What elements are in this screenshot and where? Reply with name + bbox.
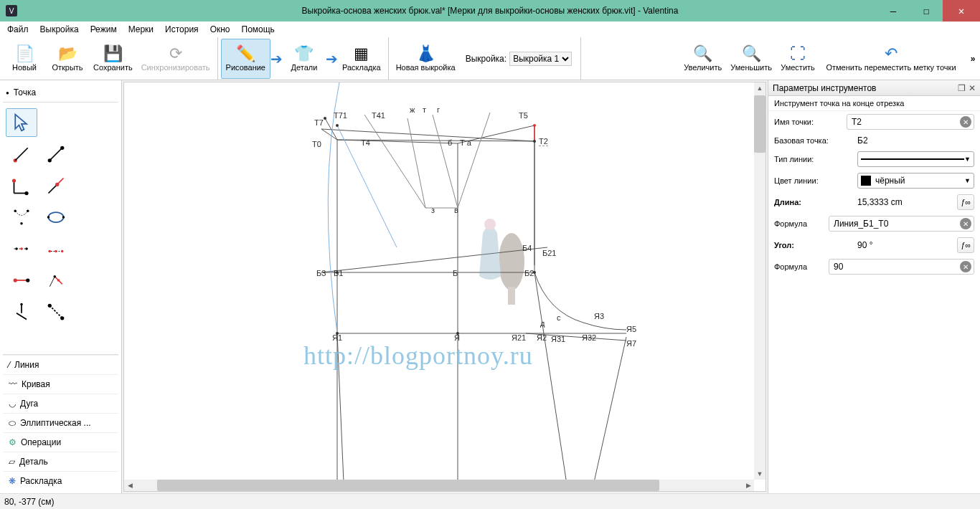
pencil-icon: ✏️ <box>236 46 255 62</box>
clear-icon[interactable]: ✕ <box>960 261 971 272</box>
point-label: в <box>454 206 458 214</box>
tool-height[interactable] <box>40 266 72 295</box>
line-type-select[interactable]: ▼ <box>857 151 974 167</box>
svg-point-35 <box>20 303 23 306</box>
svg-point-27 <box>14 278 17 282</box>
close-panel-icon[interactable]: ✕ <box>969 83 976 93</box>
vest-icon: 👕 <box>294 46 314 62</box>
menu-file[interactable]: Файл <box>3 23 33 36</box>
point-label: T0 <box>312 140 321 148</box>
line-icon: ⁄ <box>9 360 10 370</box>
tool-bisector[interactable] <box>6 203 37 232</box>
point-label: г <box>437 105 440 114</box>
pattern-select[interactable]: Выкройка 1 <box>509 52 572 66</box>
menu-help[interactable]: Помощь <box>237 23 279 36</box>
category-line[interactable]: ⁄Линия <box>3 355 118 374</box>
clear-icon[interactable]: ✕ <box>960 116 971 128</box>
open-button[interactable]: 📂Открыть <box>46 39 89 79</box>
new-button[interactable]: 📄Новый <box>3 39 46 79</box>
tool-category-header[interactable]: Точка <box>3 83 118 103</box>
tool-panel: Точка ⁄Линия 〰Кривая ◡Дуга ⬭Эллиптическа… <box>0 80 122 493</box>
tool-line[interactable] <box>40 140 72 168</box>
formula-length-input[interactable] <box>829 216 974 232</box>
toolbar-overflow[interactable]: » <box>966 37 980 80</box>
point-label: Б4 <box>522 244 532 252</box>
svg-line-1 <box>15 148 28 161</box>
tool-shoulder[interactable] <box>40 203 72 232</box>
tool-normal[interactable] <box>40 171 72 200</box>
zoom-out-button[interactable]: 🔍Уменьшить <box>726 39 776 79</box>
zoom-fit-button[interactable]: ⛶Уместить <box>776 39 819 79</box>
menu-pattern[interactable]: Выкройка <box>36 23 83 36</box>
svg-point-55 <box>336 124 339 127</box>
category-detail[interactable]: ▱Деталь <box>3 452 118 471</box>
category-curve[interactable]: 〰Кривая <box>3 374 118 394</box>
svg-line-49 <box>534 272 569 492</box>
new-pattern-button[interactable]: 👗Новая выкройка <box>392 39 460 79</box>
cursor-position: 80, -377 (см) <box>4 497 55 507</box>
formula-angle-input[interactable] <box>829 259 974 275</box>
svg-point-20 <box>20 247 23 250</box>
point-label: ж <box>410 105 415 114</box>
line-color-select[interactable]: чёрный▼ <box>857 173 974 189</box>
tool-curveintersect[interactable] <box>40 298 72 326</box>
tool-arrow[interactable] <box>6 108 37 137</box>
menubar: Файл Выкройка Режим Мерки История Окно П… <box>0 22 980 37</box>
arc-icon: ◡ <box>9 399 16 409</box>
svg-point-63 <box>499 233 524 290</box>
point-label: б <box>448 138 452 147</box>
point-label: с <box>557 313 561 322</box>
properties-header[interactable]: Параметры инструментов ❐✕ <box>768 80 980 96</box>
tool-pointofcontact[interactable] <box>6 234 37 263</box>
svg-line-52 <box>433 115 458 208</box>
arrow-icon: ➔ <box>326 50 338 67</box>
menu-mode[interactable]: Режим <box>86 23 121 36</box>
svg-line-3 <box>50 148 62 161</box>
point-label: Я2 <box>537 333 547 342</box>
undo-button[interactable]: ↶Отменить переместить метку точки <box>819 39 963 79</box>
tool-alongline[interactable] <box>6 171 37 200</box>
menu-history[interactable]: История <box>161 23 203 36</box>
point-label: Т а <box>460 138 471 147</box>
details-mode-button[interactable]: 👕Детали <box>283 39 326 79</box>
zoom-in-button[interactable]: 🔍Увеличить <box>679 39 726 79</box>
watermark-image <box>468 211 533 305</box>
vertical-scrollbar[interactable]: ▲▼ <box>754 82 765 480</box>
category-layout[interactable]: ❋Раскладка <box>3 471 118 490</box>
label-length: Длина: <box>774 198 853 206</box>
tool-endline[interactable] <box>6 140 37 168</box>
menu-window[interactable]: Окно <box>206 23 235 36</box>
horizontal-scrollbar[interactable]: ◀▶ <box>124 480 754 491</box>
clear-icon[interactable]: ✕ <box>960 218 971 229</box>
tool-pointintersect[interactable] <box>6 266 37 295</box>
undock-icon[interactable]: ❐ <box>958 83 966 93</box>
point-label: T7 <box>314 118 324 127</box>
svg-point-16 <box>47 216 50 219</box>
tool-lineintersect[interactable] <box>6 298 37 326</box>
draw-mode-button[interactable]: ✏️Рисование <box>221 39 270 79</box>
category-operations[interactable]: ⚙Операции <box>3 432 118 452</box>
point-label: Я5 <box>626 325 636 333</box>
category-arc[interactable]: ◡Дуга <box>3 394 118 413</box>
fx-button-length[interactable]: ƒ∞ <box>957 194 974 210</box>
fx-button-angle[interactable]: ƒ∞ <box>957 237 974 253</box>
drawing-canvas[interactable]: http://blogportnoy.ru T7 T0 T71 T4 T41 ж… <box>123 82 766 492</box>
tool-triangle[interactable] <box>40 234 72 263</box>
tool-name: Инструмент точка на конце отрезка <box>768 96 980 111</box>
menu-measurements[interactable]: Мерки <box>124 23 158 36</box>
pattern-svg <box>124 82 755 492</box>
point-label: Т2 <box>539 137 548 146</box>
undo-icon: ↶ <box>885 46 897 62</box>
point-label: Б <box>453 269 458 277</box>
point-name-input[interactable] <box>847 114 974 130</box>
label-angle: Угол: <box>774 241 853 249</box>
point-label: T4 <box>361 138 370 147</box>
svg-point-24 <box>55 250 57 253</box>
category-elliptical[interactable]: ⬭Эллиптическая ... <box>3 413 118 432</box>
svg-point-17 <box>62 216 65 219</box>
sync-icon: ⟳ <box>169 46 182 62</box>
open-icon: 📂 <box>58 46 77 62</box>
layout-mode-button[interactable]: ▦Раскладка <box>338 39 385 79</box>
base-point-value: Б2 <box>857 135 868 146</box>
save-button[interactable]: 💾Сохранить <box>89 39 137 79</box>
